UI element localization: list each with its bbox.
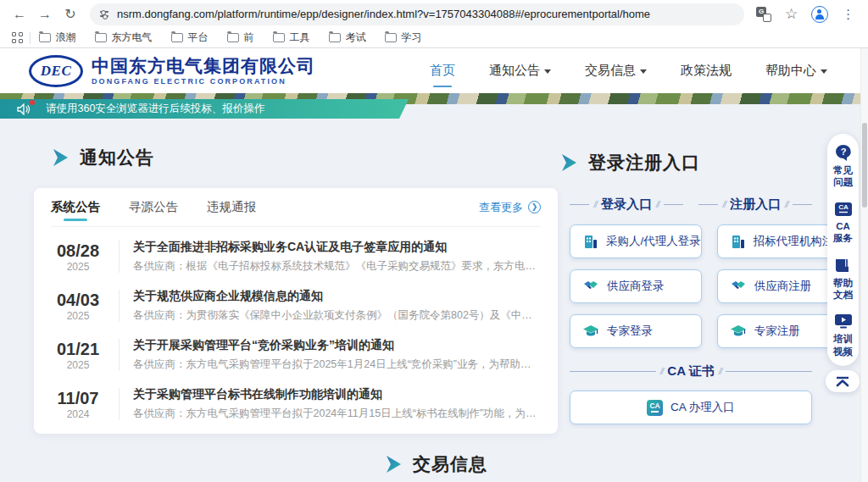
handshake-icon [582, 279, 599, 294]
item-year: 2025 [51, 310, 105, 322]
site-header: DEC 中国东方电气集团有限公司 DONGFANG ELECTRIC CORPO… [0, 48, 868, 93]
graduation-cap-icon [582, 324, 599, 339]
company-name: 中国东方电气集团有限公司 [92, 56, 315, 76]
handshake-icon [730, 279, 747, 294]
nav-item-policies[interactable]: 政策法规 [681, 58, 732, 84]
expert-login-button[interactable]: 专家登录 [570, 314, 702, 348]
speaker-icon [17, 103, 31, 115]
back-icon[interactable]: ← [8, 3, 31, 25]
scrollbar-thumb[interactable] [862, 123, 867, 208]
item-year: 2024 [51, 408, 105, 420]
announcements-list: 08/282025 关于全面推进非招标采购业务CA认证及电子签章应用的通知 各供… [51, 227, 541, 429]
item-desc: 各供应商：根据《电子招标投标系统技术规范》《电子采购交易规范》要求，东方电气采购… [133, 259, 541, 274]
folder-icon [385, 33, 397, 42]
chevron-down-icon [544, 69, 551, 74]
tab-sourcing-announcements[interactable]: 寻源公告 [129, 188, 178, 226]
notice-text: 请使用360安全浏览器进行后续投标、报价操作 [46, 102, 264, 116]
ca-apply-button[interactable]: CA CA 办理入口 [570, 391, 812, 424]
list-item[interactable]: 11/072024 关于采购管理平台标书在线制作功能培训的通知 各供应商：东方电… [51, 380, 541, 429]
svg-text:?: ? [840, 147, 846, 157]
item-title: 关于全面推进非招标采购业务CA认证及电子签章应用的通知 [133, 240, 541, 255]
bookmark-star-icon[interactable]: ☆ [785, 5, 798, 23]
item-title: 关于规范供应商企业规模信息的通知 [133, 289, 541, 304]
help-doc-button[interactable]: 帮助文档 [832, 258, 854, 302]
tab-system-announcements[interactable]: 系统公告 [51, 188, 100, 226]
question-icon: ? [834, 144, 853, 161]
expert-register-button[interactable]: 专家注册 [717, 314, 846, 348]
chevron-down-icon [640, 69, 647, 74]
bidding-agency-register-button[interactable]: 招标代理机构注册 [717, 224, 846, 258]
notification-dot [30, 100, 35, 105]
float-sidebar: ? 常见问题 CA CA服务 帮助文档 培训视频 [827, 134, 859, 366]
folder-icon [227, 33, 239, 42]
bookmark-folder[interactable]: 学习 [385, 30, 422, 45]
folder-icon [95, 33, 107, 42]
supplier-login-button[interactable]: 供应商登录 [570, 269, 702, 303]
supplier-register-button[interactable]: 供应商注册 [717, 269, 846, 303]
url-bar[interactable]: nsrm.dongfang.com/platform/runtime/epp/d… [90, 3, 744, 25]
page-scrollbar[interactable] [860, 48, 868, 482]
item-year: 2025 [51, 261, 105, 273]
bookmark-folder[interactable]: 考试 [329, 30, 366, 45]
announcements-card: 系统公告 寻源公告 违规通报 查看更多 ❯ 08/282025 关于全面推进非招… [34, 188, 558, 434]
announcements-tabs: 系统公告 寻源公告 违规通报 查看更多 ❯ [51, 188, 541, 227]
item-desc: 各供应商：东方电气采购管理平台拟于2025年1月24日上线“竞价采购”业务，为帮… [133, 357, 541, 372]
bookmark-folder[interactable]: 浪潮 [39, 30, 76, 45]
ca-service-button[interactable]: CA CA服务 [832, 202, 854, 245]
list-item[interactable]: 04/032025 关于规范供应商企业规模信息的通知 各供应商：为贯彻落实《保障… [51, 281, 541, 330]
ca-icon: CA [647, 400, 663, 416]
list-item[interactable]: 08/282025 关于全面推进非招标采购业务CA认证及电子签章应用的通知 各供… [51, 232, 541, 281]
ca-cert-header: // CA 证书 // [570, 363, 812, 380]
item-title: 关于采购管理平台标书在线制作功能培训的通知 [133, 387, 541, 402]
section-arrow-icon [561, 153, 578, 172]
section-arrow-icon [53, 148, 70, 167]
item-year: 2025 [51, 359, 105, 371]
bookmarks-bar: 浪潮 东方电气 平台 前 工具 考试 学习 [0, 28, 868, 47]
faq-button[interactable]: ? 常见问题 [832, 144, 854, 189]
bookmark-folder[interactable]: 平台 [171, 30, 209, 45]
page: ← → ↻ nsrm.dongfang.com/platform/runtime… [0, 0, 868, 482]
bookmark-folder[interactable]: 前 [227, 30, 254, 45]
browser-chrome: ← → ↻ nsrm.dongfang.com/platform/runtime… [0, 0, 868, 48]
dec-logo-icon: DEC [29, 55, 83, 87]
folder-icon [329, 33, 341, 42]
register-entry-header: // 注册入口 // [698, 197, 812, 213]
section-arrow-icon [386, 455, 403, 474]
ca-icon: CA [834, 202, 853, 217]
refresh-icon[interactable]: ↻ [59, 3, 81, 25]
back-to-top-icon [835, 376, 850, 387]
purchaser-agent-login-button[interactable]: 采购人/代理人登录 [570, 224, 702, 258]
site-info-icon[interactable] [100, 11, 108, 16]
nav-item-home[interactable]: 首页 [430, 58, 455, 84]
chevron-right-circle-icon: ❯ [528, 201, 541, 213]
url-text[interactable]: nsrm.dongfang.com/platform/runtime/epp/d… [117, 8, 650, 20]
profile-avatar[interactable] [811, 6, 828, 23]
tab-violation-reports[interactable]: 违规通报 [207, 188, 256, 226]
list-item[interactable]: 01/212025 关于开展采购管理平台“竞价采购业务”培训的通知 各供应商：东… [51, 330, 541, 380]
help-doc-icon [834, 258, 853, 274]
item-date: 11/07 [51, 388, 105, 408]
bookmark-folder[interactable]: 东方电气 [95, 30, 153, 45]
svg-text:CA: CA [838, 203, 849, 211]
training-video-button[interactable]: 培训视频 [832, 313, 854, 357]
chevron-down-icon [821, 69, 827, 74]
nav-item-help-center[interactable]: 帮助中心 [765, 58, 827, 84]
announcements-heading: 通知公告 [53, 146, 154, 169]
forward-icon[interactable]: → [34, 3, 56, 25]
company-name-en: DONGFANG ELECTRIC CORPORATION [92, 77, 315, 86]
building-icon [582, 234, 598, 250]
back-to-top-button[interactable] [826, 370, 860, 392]
login-register-panel: // 登录入口 // // 注册入口 // 采购人/代理人登录 招标代理机构注册… [570, 197, 812, 424]
bookmark-folder[interactable]: 工具 [273, 30, 310, 45]
video-icon [834, 313, 853, 330]
main-nav: 首页 通知公告 交易信息 政策法规 帮助中心 [430, 58, 839, 84]
apps-grid-icon[interactable] [12, 32, 23, 43]
item-date: 08/28 [51, 241, 105, 261]
translate-icon[interactable]: G [756, 7, 771, 22]
nav-item-announcements[interactable]: 通知公告 [489, 58, 551, 84]
view-more-link[interactable]: 查看更多 ❯ [479, 200, 541, 215]
nav-item-trade-info[interactable]: 交易信息 [585, 58, 647, 84]
chrome-menu-icon[interactable]: ⋮ [842, 7, 854, 22]
building-icon [730, 234, 746, 250]
company-logo[interactable]: DEC 中国东方电气集团有限公司 DONGFANG ELECTRIC CORPO… [29, 55, 315, 87]
